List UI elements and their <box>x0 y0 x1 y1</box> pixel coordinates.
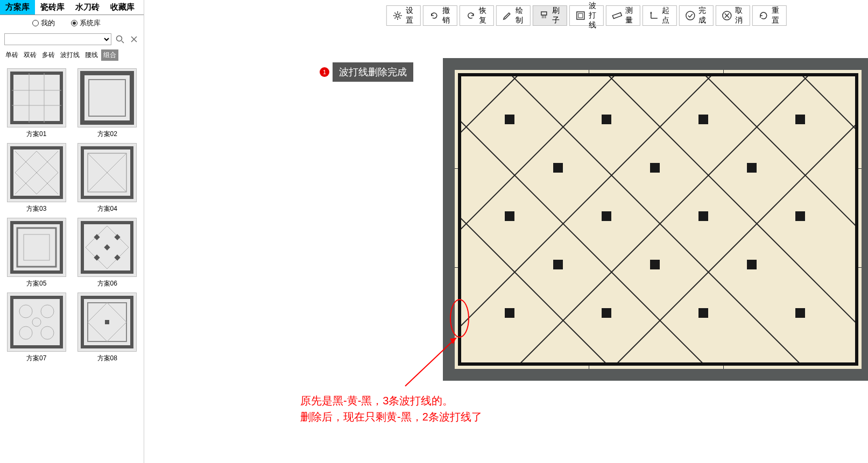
tool-reset[interactable]: 重置 <box>752 5 786 26</box>
tool-redo[interactable]: 恢复 <box>459 5 493 26</box>
pattern-07-thumb <box>7 293 66 352</box>
origin-icon <box>648 10 659 22</box>
canvas-area: 设置 撤销 恢复 绘制 刷子 波打线 测量 起点 <box>144 0 868 463</box>
tool-draw-label: 绘制 <box>516 6 524 25</box>
subtab-double[interactable]: 双砖 <box>22 49 39 61</box>
subtab-single[interactable]: 单砖 <box>3 49 20 61</box>
library-source-radio-group: 我的 系统库 <box>0 15 144 31</box>
svg-rect-55 <box>612 12 622 18</box>
search-select[interactable] <box>4 33 111 45</box>
tool-border-label: 波打线 <box>589 1 597 30</box>
tool-redo-label: 恢复 <box>479 6 488 25</box>
annotation-text: 原先是黑-黄-黑，3条波打线的。 删除后，现在只剩黄-黑，2条波打线了 <box>300 393 482 425</box>
pattern-06-label: 方案06 <box>97 279 117 288</box>
pattern-04-label: 方案04 <box>97 204 117 213</box>
pattern-05[interactable]: 方案05 <box>5 218 68 288</box>
pattern-02[interactable]: 方案02 <box>76 68 139 139</box>
check-icon <box>684 10 695 22</box>
annotation-ellipse <box>450 299 469 338</box>
pattern-02-thumb <box>77 68 137 127</box>
tab-favorites[interactable]: 收藏库 <box>105 0 140 15</box>
reset-icon <box>758 10 768 22</box>
subtab-combo[interactable]: 组合 <box>101 49 118 61</box>
pattern-04[interactable]: 方案04 <box>76 143 139 213</box>
svg-rect-49 <box>541 12 546 15</box>
svg-rect-22 <box>12 223 61 272</box>
svg-point-58 <box>686 11 694 20</box>
radio-circle-checked-icon <box>71 20 77 26</box>
pattern-03-thumb <box>7 143 66 202</box>
pattern-02-label: 方案02 <box>97 130 117 139</box>
tab-plan-library[interactable]: 方案库 <box>0 0 35 15</box>
tool-brush-label: 刷子 <box>552 6 561 25</box>
toast-text: 波打线删除完成 <box>333 62 413 82</box>
tab-waterjet-tile[interactable]: 水刀砖 <box>70 0 105 15</box>
tool-measure[interactable]: 测量 <box>605 5 640 26</box>
sub-tabs: 单砖 双砖 多砖 波打线 腰线 组合 <box>0 47 144 63</box>
subtab-borderline[interactable]: 波打线 <box>58 49 82 61</box>
pattern-08-thumb <box>77 293 137 352</box>
svg-point-0 <box>117 36 122 41</box>
svg-rect-47 <box>105 320 109 324</box>
toast-message: 1 波打线删除完成 <box>320 62 413 82</box>
pattern-01[interactable]: 方案01 <box>5 68 68 139</box>
tool-settings[interactable]: 设置 <box>386 5 420 26</box>
tool-settings-label: 设置 <box>406 6 414 25</box>
radio-system-label: 系统库 <box>80 18 101 28</box>
radio-circle-icon <box>32 20 39 26</box>
close-icon[interactable] <box>129 34 139 45</box>
pattern-08-label: 方案08 <box>97 354 117 363</box>
tool-draw[interactable]: 绘制 <box>496 5 530 26</box>
annotation-line2: 删除后，现在只剩黄-黑，2条波打线了 <box>300 409 482 425</box>
gear-icon <box>392 10 403 22</box>
annotation-line1: 原先是黑-黄-黑，3条波打线的。 <box>300 393 482 409</box>
tool-measure-label: 测量 <box>625 6 634 25</box>
tool-finish[interactable]: 完成 <box>679 5 713 26</box>
pencil-icon <box>502 10 512 22</box>
tool-undo[interactable]: 撤销 <box>422 5 457 26</box>
radio-system[interactable]: 系统库 <box>71 18 101 28</box>
pattern-01-label: 方案01 <box>26 130 46 139</box>
brush-icon <box>538 10 549 22</box>
pattern-07-label: 方案07 <box>26 354 46 363</box>
pattern-08[interactable]: 方案08 <box>76 293 139 363</box>
svg-rect-4 <box>12 73 61 123</box>
tool-border[interactable]: 波打线 <box>569 5 603 26</box>
svg-point-48 <box>396 14 399 17</box>
undo-icon <box>428 10 439 22</box>
sidebar: 方案库 瓷砖库 水刀砖 收藏库 我的 系统库 单砖 双砖 多砖 波打线 腰线 组… <box>0 0 144 463</box>
svg-rect-35 <box>12 297 61 347</box>
pattern-04-thumb <box>77 143 137 202</box>
svg-rect-53 <box>576 12 584 19</box>
tool-reset-label: 重置 <box>772 6 780 25</box>
redo-icon <box>465 10 476 22</box>
cancel-icon <box>721 10 732 22</box>
tile-design-preview[interactable] <box>443 58 868 381</box>
pattern-06[interactable]: 方案06 <box>76 218 139 288</box>
tool-brush[interactable]: 刷子 <box>532 5 567 26</box>
tool-origin-label: 起点 <box>662 6 671 25</box>
tool-cancel[interactable]: 取消 <box>715 5 750 26</box>
toast-badge: 1 <box>320 67 329 77</box>
pattern-05-label: 方案05 <box>26 279 46 288</box>
pattern-01-thumb <box>7 68 66 127</box>
pattern-07[interactable]: 方案07 <box>5 293 68 363</box>
radio-mine[interactable]: 我的 <box>32 18 55 28</box>
pattern-03[interactable]: 方案03 <box>5 143 68 213</box>
tool-cancel-label: 取消 <box>735 6 744 25</box>
search-row <box>0 31 144 47</box>
border-icon <box>575 10 585 22</box>
tool-finish-label: 完成 <box>698 6 707 25</box>
search-icon[interactable] <box>115 34 125 45</box>
pattern-05-thumb <box>7 218 66 277</box>
main-tabs: 方案库 瓷砖库 水刀砖 收藏库 <box>0 0 144 15</box>
tool-origin[interactable]: 起点 <box>642 5 676 26</box>
svg-rect-10 <box>89 80 125 116</box>
top-toolbar: 设置 撤销 恢复 绘制 刷子 波打线 测量 起点 <box>386 5 786 26</box>
tab-tile-library[interactable]: 瓷砖库 <box>35 0 70 15</box>
subtab-waist[interactable]: 腰线 <box>83 49 100 61</box>
subtab-multi[interactable]: 多砖 <box>40 49 57 61</box>
svg-rect-54 <box>578 13 582 18</box>
radio-mine-label: 我的 <box>41 18 55 28</box>
tool-undo-label: 撤销 <box>442 6 451 25</box>
